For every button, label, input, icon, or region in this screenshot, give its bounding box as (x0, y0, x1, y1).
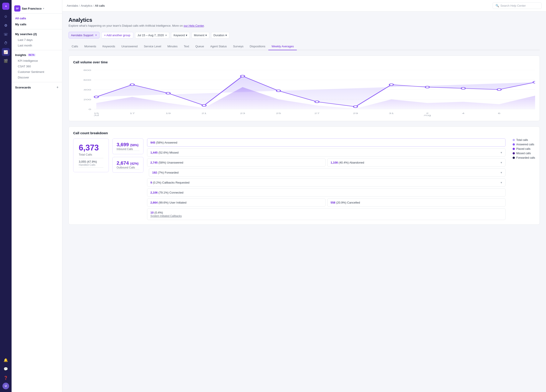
svg-text:23: 23 (240, 112, 245, 114)
tab-dispositions[interactable]: Dispositions (247, 43, 268, 50)
abandoned-chevron-icon: ▾ (500, 161, 502, 164)
main-content: Aerolabs / Analytics / All calls 🔍 Searc… (62, 0, 546, 392)
svg-point-12 (130, 84, 134, 86)
tab-keywords[interactable]: Keywords (99, 43, 118, 50)
legend-dot-answered (513, 143, 515, 145)
tab-unanswered[interactable]: Unanswered (118, 43, 141, 50)
group-chip-label: Aerolabs Support (71, 34, 93, 37)
tab-minutes[interactable]: Minutes (164, 43, 181, 50)
scorecards-label: Scorecards (15, 86, 31, 89)
legend-placed-calls: Placed calls (513, 147, 535, 151)
sidebar-item-all-calls[interactable]: All calls (12, 15, 62, 21)
svg-text:17: 17 (130, 112, 135, 114)
svg-point-15 (240, 75, 245, 77)
inbound-number: 3,699 (58%) (117, 142, 139, 148)
unanswered-abandoned-row: 2,745 (58%) Unanswered 1,108 (40.4%) Aba… (147, 158, 506, 167)
svg-text:800: 800 (84, 69, 91, 71)
missed-stat[interactable]: 1,445 (52.6%) Missed ▾ (147, 148, 506, 157)
tab-text[interactable]: Text (181, 43, 192, 50)
chart-svg: 800 600 400 200 0 (73, 68, 535, 116)
duration-filter[interactable]: Duration ▾ (211, 32, 229, 38)
add-group-button[interactable]: + Add another group (101, 32, 133, 38)
app-logo: ✦ (2, 3, 9, 10)
breadcrumb-analytics[interactable]: Analytics (81, 4, 92, 7)
sidebar-customer-sentiment[interactable]: Customer Sentiment (12, 69, 62, 75)
legend-forwarded-calls: Forwarded calls (513, 156, 535, 159)
duration-label: Duration (214, 34, 225, 37)
chevron-down-icon: ▾ (43, 7, 44, 10)
missed-row: 1,445 (52.6%) Missed ▾ (147, 148, 506, 157)
svg-point-23 (533, 81, 535, 83)
nav-icon-chat[interactable]: 💬 (2, 365, 10, 373)
handled-calls-number: 3,055 (47.9%) (79, 160, 103, 163)
scorecards-row[interactable]: Scorecards + (12, 84, 62, 91)
nav-icon-history[interactable]: ⏱ (2, 39, 10, 47)
help-center-link[interactable]: our Help Center (183, 24, 204, 27)
svg-text:400: 400 (84, 89, 91, 91)
svg-point-14 (202, 104, 206, 107)
nav-icon-notifications[interactable]: 🔔 (2, 356, 10, 364)
topbar: Aerolabs / Analytics / All calls 🔍 Searc… (62, 0, 546, 12)
forwarded-stat[interactable]: 192 (7%) Forwarded ▾ (149, 168, 506, 177)
outbound-stats-row2: 2,664 (99.6%) User Initiated 558 (20.9%)… (147, 198, 506, 207)
moment-chevron-icon: ▾ (205, 34, 207, 37)
close-icon[interactable]: × (95, 33, 97, 37)
org-selector[interactable]: SF San Francisco ▾ (12, 4, 62, 13)
search-placeholder: Search Help Center (500, 4, 526, 7)
search-box[interactable]: 🔍 Search Help Center (493, 2, 542, 9)
total-calls-number: 6,373 (79, 143, 103, 152)
connected-stat: 2,106 (79.1%) Connected (147, 189, 506, 197)
legend-label-answered: Answered calls (516, 143, 534, 146)
nav-icon-contacts[interactable]: ☺ (2, 13, 10, 20)
page-title: Analytics (69, 17, 540, 23)
tab-service-level[interactable]: Service Level (141, 43, 164, 50)
svg-point-20 (425, 86, 429, 88)
sidebar-csat360[interactable]: CSAT 360 (12, 63, 62, 69)
svg-point-19 (389, 84, 393, 86)
tabs: Calls Moments Keywords Unanswered Servic… (69, 43, 540, 50)
svg-text:27: 27 (314, 112, 319, 114)
filter-bar: Aerolabs Support × + Add another group J… (69, 32, 540, 38)
callbacks-chevron-icon: ▾ (500, 181, 502, 184)
legend-dot-total (513, 139, 515, 141)
tab-agent-status[interactable]: Agent Status (207, 43, 230, 50)
tab-surveys[interactable]: Surveys (230, 43, 247, 50)
svg-text:19: 19 (166, 112, 171, 114)
nav-icon-video[interactable]: 🎬 (2, 57, 10, 65)
callbacks-stat[interactable]: 9 (0.2%) Callbacks Requested ▾ (147, 178, 506, 187)
svg-point-17 (315, 101, 319, 103)
tab-moments[interactable]: Moments (81, 43, 99, 50)
group-chip[interactable]: Aerolabs Support × (69, 32, 99, 38)
cancelled-stat: 558 (20.9%) Cancelled (327, 198, 506, 207)
legend-label-forwarded: Forwarded calls (516, 156, 535, 159)
sidebar-discover[interactable]: Discover (12, 75, 62, 80)
sidebar-item-my-calls[interactable]: My calls (12, 21, 62, 27)
nav-icon-analytics[interactable]: 📈 (2, 48, 10, 56)
svg-text:600: 600 (84, 79, 91, 81)
tab-weekly-averages[interactable]: Weekly Averages (268, 43, 297, 50)
date-filter[interactable]: Jul 15 – Aug 7, 2020 × (135, 32, 169, 38)
nav-icon-calls[interactable]: ☏ (2, 30, 10, 38)
inbound-calls-box: 3,699 (58%) Inbound Calls (112, 139, 143, 154)
tab-calls[interactable]: Calls (69, 43, 81, 50)
plus-icon[interactable]: + (57, 85, 58, 89)
beta-badge: BETA (28, 54, 36, 57)
sidebar-my-searches[interactable]: My searches (2) (12, 31, 62, 37)
stats-grid: 945 (58%) Answered 1,445 (52.6%) Missed … (147, 139, 506, 220)
outbound-stats-row1: 2,106 (79.1%) Connected (147, 189, 506, 197)
sidebar-search-lastmonth[interactable]: Last month (12, 43, 62, 48)
abandoned-stat[interactable]: 1,108 (40.4%) Abandoned ▾ (327, 158, 506, 167)
date-close-icon[interactable]: × (165, 34, 167, 37)
nav-icon-help[interactable]: ❓ (2, 374, 10, 382)
svg-text:Jul: Jul (94, 114, 99, 116)
moment-filter[interactable]: Moment ▾ (192, 32, 209, 38)
keyword-filter[interactable]: Keyword ▾ (171, 32, 190, 38)
tab-queue[interactable]: Queue (192, 43, 207, 50)
sidebar-kpi-intelligence[interactable]: KPI Intelligence (12, 58, 62, 63)
sidebar-search-last7[interactable]: Last 7 days (12, 37, 62, 43)
breadcrumb-aerolabs[interactable]: Aerolabs (67, 4, 78, 7)
breakdown-section: Call count breakdown 6,373 Total Calls 3… (69, 126, 540, 225)
answered-stat: 945 (58%) Answered (147, 139, 506, 147)
user-avatar[interactable]: U (2, 383, 9, 389)
nav-icon-settings[interactable]: ⚙ (2, 21, 10, 29)
